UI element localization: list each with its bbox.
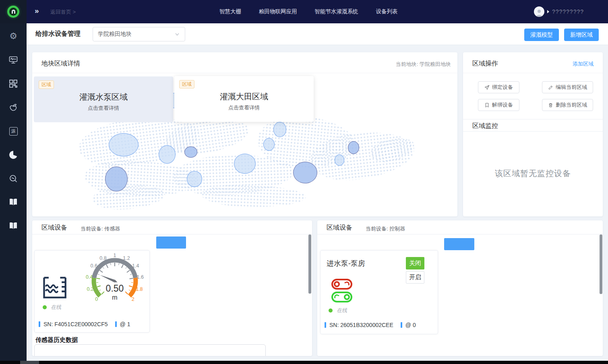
sn-bar-icon xyxy=(401,322,402,328)
controller-device-card[interactable]: 进水泵-泵房 关闭 开启 在线 SN: 26051B3200002CEE @ 0 xyxy=(320,250,438,334)
controller-channel: @ 0 xyxy=(405,322,416,328)
username: ????????? xyxy=(552,8,584,15)
region-hint: 点击查看详情 xyxy=(34,105,173,112)
qr-scan-icon[interactable] xyxy=(8,79,18,88)
svg-text:0.6: 0.6 xyxy=(91,263,97,269)
scrollbar-thumb[interactable] xyxy=(308,234,311,294)
delete-region-button[interactable]: 删除当前区域 xyxy=(542,99,593,111)
controller-name: 进水泵-泵房 xyxy=(327,259,365,268)
svg-text:2: 2 xyxy=(132,296,134,302)
bind-device-button[interactable]: 绑定设备 xyxy=(478,81,519,93)
sensor-devices-panel: 区域设备 当前设备: 传感器 在线 00.20.40.60.811.21.41.… xyxy=(32,220,312,356)
settings-gear-icon[interactable]: ⚙ xyxy=(8,31,18,41)
region-ops-panel: 区域操作 添加区域 绑定设备 编辑当前区域 解绑设备 删除当前区域 区域监控 xyxy=(463,52,603,216)
topbar: » 返回首页 > 智慧大棚 粮田物联网应用 智能节水灌溉系统 设备列表 ????… xyxy=(27,0,608,23)
menu-item-grainfield-iot[interactable]: 粮田物联网应用 xyxy=(259,8,297,15)
blue-block[interactable] xyxy=(156,236,186,249)
controller-panel-scrollbar xyxy=(600,234,602,356)
map-bubble[interactable] xyxy=(293,162,317,183)
region-tag: 区域 xyxy=(179,80,194,88)
menu-item-greenhouse[interactable]: 智慧大棚 xyxy=(219,8,241,15)
book-icon[interactable] xyxy=(8,197,18,207)
pie-chart-icon[interactable] xyxy=(8,150,18,160)
water-level-icon xyxy=(40,273,71,302)
horizontal-scrollbar xyxy=(0,361,608,364)
irrigation-model-button[interactable]: 灌溉模型 xyxy=(524,29,559,41)
map-bubble[interactable] xyxy=(263,138,275,151)
book-icon-2[interactable] xyxy=(8,221,18,231)
online-dot xyxy=(329,308,333,313)
controller-panel-subtitle: 当前设备: 控制器 xyxy=(366,225,405,232)
map-bubble[interactable] xyxy=(234,154,256,174)
region-hint: 点击查看详情 xyxy=(174,104,314,111)
sensor-channel: @ 1 xyxy=(120,321,130,327)
chevron-down-icon xyxy=(174,31,180,37)
region-card-field[interactable]: 区域 灌溉大田区域 点击查看详情 xyxy=(174,76,314,122)
open-pump-button[interactable]: 开启 xyxy=(406,271,424,284)
map-bubble[interactable] xyxy=(105,167,128,191)
controller-devices-panel: 区域设备 当前设备: 控制器 进水泵-泵房 关闭 开启 在线 SN: 26051… xyxy=(317,220,603,356)
svg-text:0.8: 0.8 xyxy=(99,255,106,261)
map-bubble[interactable] xyxy=(184,146,197,158)
bookmark-icon xyxy=(484,103,490,108)
app-root: ⚙ 源 » 返回首页 xyxy=(0,0,608,364)
back-home-link[interactable]: 返回首页 > xyxy=(50,8,76,16)
svg-text:1: 1 xyxy=(114,253,116,258)
add-region-button[interactable]: 新增区域 xyxy=(564,29,599,41)
map-bubble[interactable] xyxy=(109,133,139,156)
content: 地块区域详情 当前地块: 学院粮田地块 区域 灌溉水泵区域 点击查看详情 xyxy=(27,45,608,361)
horizontal-scrollbar-thumb[interactable] xyxy=(20,361,39,364)
svg-text:1.6: 1.6 xyxy=(137,274,144,280)
menu-item-device-list[interactable]: 设备列表 xyxy=(376,8,398,15)
trash-icon xyxy=(548,103,553,108)
svg-text:0.4: 0.4 xyxy=(86,274,93,280)
region-card-pump[interactable]: 区域 灌溉水泵区域 点击查看详情 xyxy=(34,76,173,122)
edit-icon xyxy=(548,85,553,90)
sn-bar-icon xyxy=(325,322,326,328)
map-bubble[interactable] xyxy=(273,122,286,137)
top-menu: 智慧大棚 粮田物联网应用 智能节水灌溉系统 设备列表 xyxy=(219,0,398,23)
collapse-menu-icon[interactable]: » xyxy=(35,6,39,15)
page-header: 给排水设备管理 学院粮田地块 灌溉模型 新增区域 xyxy=(27,23,608,45)
menu-item-irrigation-system[interactable]: 智能节水灌溉系统 xyxy=(315,8,358,15)
source-trace-icon[interactable]: 源 xyxy=(8,126,18,136)
sensor-panel-scrollbar xyxy=(308,234,311,356)
svg-text:1.2: 1.2 xyxy=(123,255,130,261)
app-logo[interactable] xyxy=(0,0,27,23)
edit-region-button[interactable]: 编辑当前区域 xyxy=(542,81,593,93)
plot-detail-panel: 地块区域详情 当前地块: 学院粮田地块 区域 灌溉水泵区域 点击查看详情 xyxy=(32,52,457,216)
map-bubble[interactable] xyxy=(187,171,202,187)
logo-ring-icon xyxy=(7,6,19,18)
sn-bar-icon xyxy=(115,321,117,327)
svg-text:0: 0 xyxy=(95,296,98,302)
close-pump-button[interactable]: 关闭 xyxy=(406,257,424,269)
controller-panel-title: 区域设备 xyxy=(327,224,352,232)
page-title: 给排水设备管理 xyxy=(35,30,81,38)
region-tag: 区域 xyxy=(39,80,54,89)
controller-sn: SN: 26051B3200002CEE xyxy=(329,322,393,328)
online-status: 在线 xyxy=(337,307,347,314)
user-menu[interactable]: ????????? xyxy=(534,0,584,23)
unbind-device-button[interactable]: 解绑设备 xyxy=(478,99,519,111)
scrollbar-thumb[interactable] xyxy=(600,234,602,294)
plot-select[interactable]: 学院粮田地块 xyxy=(93,27,185,41)
monitor-chart-icon[interactable] xyxy=(8,55,18,65)
map-bubble[interactable] xyxy=(348,141,359,154)
fruit-icon[interactable] xyxy=(8,103,18,112)
add-region-link[interactable]: 添加区域 xyxy=(573,60,594,68)
plot-select-value: 学院粮田地块 xyxy=(98,31,174,38)
online-dot xyxy=(43,305,47,309)
svg-text:1.4: 1.4 xyxy=(132,263,139,269)
svg-text:0.50: 0.50 xyxy=(106,283,124,294)
blue-block[interactable] xyxy=(444,238,474,250)
region-name: 灌溉水泵区域 xyxy=(34,92,173,103)
search-analyze-icon[interactable] xyxy=(8,174,18,183)
map-bubble[interactable] xyxy=(159,145,176,164)
map-bubble[interactable] xyxy=(335,154,344,166)
history-query-input[interactable] xyxy=(34,344,266,356)
sensor-device-card[interactable]: 在线 00.20.40.60.811.21.41.61.820.50m SN: … xyxy=(34,250,150,333)
sensor-sn: SN: F4051C2E00002CF5 xyxy=(43,321,108,327)
svg-text:1.8: 1.8 xyxy=(136,286,143,292)
water-level-gauge: 00.20.40.60.811.21.41.61.820.50m xyxy=(81,253,150,329)
svg-text:m: m xyxy=(112,294,117,301)
